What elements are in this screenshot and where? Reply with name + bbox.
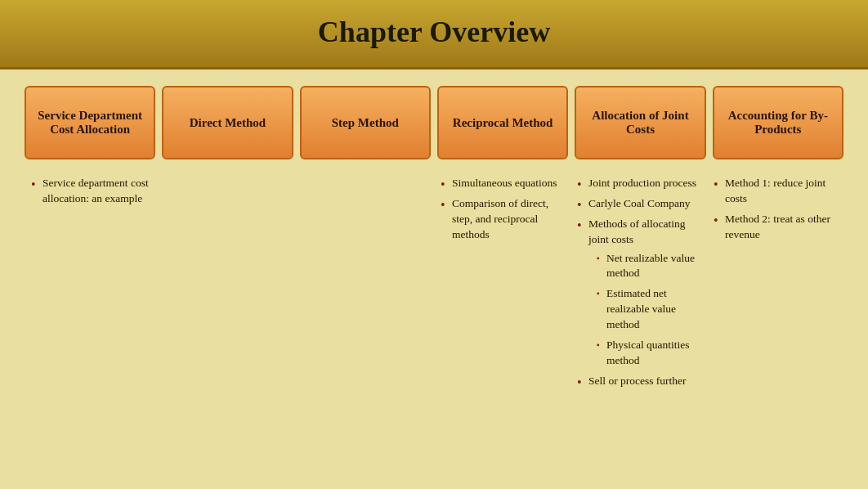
tab-joint-costs[interactable]: Allocation of Joint Costs [575, 86, 705, 159]
sub-list-item: Net realizable value method [597, 251, 700, 282]
list-item: Service department cost allocation: an e… [31, 176, 154, 207]
list-item: Method 2: treat as other revenue [714, 212, 837, 243]
sub-list-item: Estimated net realizable value method [597, 286, 700, 333]
columns-row: Service department cost allocation: an e… [25, 176, 843, 394]
tab-step-method[interactable]: Step Method [300, 86, 431, 159]
list-item: Carlyle Coal Company [577, 196, 700, 212]
content-area: Service Department Cost Allocation Direc… [0, 70, 868, 489]
col-step-method [298, 176, 434, 394]
list-item: Methods of allocating joint costs Net re… [577, 217, 700, 369]
tabs-row: Service Department Cost Allocation Direc… [25, 86, 843, 159]
list-item: Sell or process further [577, 374, 700, 389]
col-reciprocal-method: Simultaneous equations Comparison of dir… [434, 176, 570, 394]
list-item: Joint production process [577, 176, 700, 191]
col-joint-costs: Joint production process Carlyle Coal Co… [570, 176, 707, 394]
list-item: Comparison of direct, step, and reciproc… [441, 196, 564, 243]
col-by-products: Method 1: reduce joint costs Method 2: t… [707, 176, 843, 394]
header-title: Chapter Overview [318, 16, 550, 48]
tab-direct-method[interactable]: Direct Method [162, 86, 293, 159]
tab-reciprocal-method[interactable]: Reciprocal Method [437, 86, 568, 159]
page-header: Chapter Overview [0, 0, 868, 70]
sub-list-item: Physical quantities method [597, 338, 700, 369]
sub-list-allocating: Net realizable value method Estimated ne… [588, 251, 700, 369]
tab-service-dept[interactable]: Service Department Cost Allocation [25, 86, 155, 159]
col-service-dept: Service department cost allocation: an e… [25, 176, 161, 394]
tab-by-products[interactable]: Accounting for By-Products [713, 86, 843, 159]
list-item: Simultaneous equations [441, 176, 564, 191]
col-direct-method [161, 176, 298, 394]
list-item: Method 1: reduce joint costs [714, 176, 837, 207]
